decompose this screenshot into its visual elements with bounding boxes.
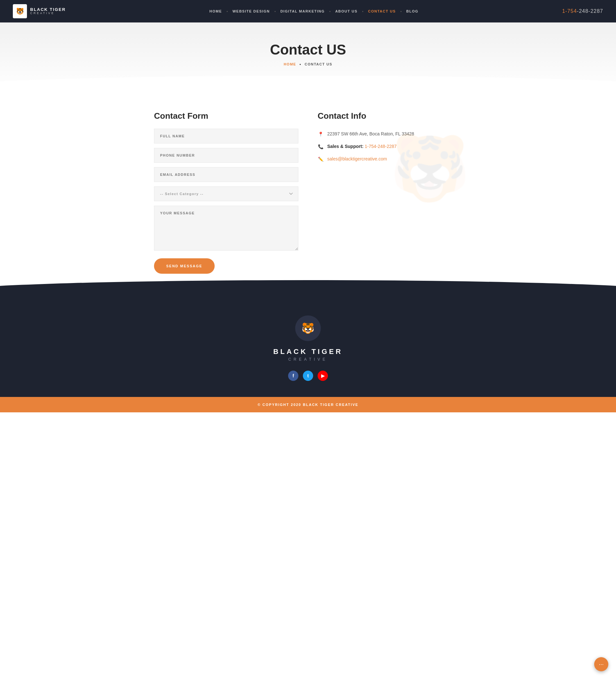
email-icon: ✏️ xyxy=(318,156,323,162)
watermark-area: 🐯 xyxy=(318,168,462,200)
logo-icon: 🐯 xyxy=(13,4,27,18)
logo-text: BLACK TIGER CREATIVE xyxy=(30,7,66,15)
twitter-icon[interactable]: t xyxy=(303,370,313,381)
message-field xyxy=(154,206,298,251)
nav-dot: ● xyxy=(328,10,331,13)
contact-info-title: Contact Info xyxy=(318,111,462,121)
phone-link[interactable]: 1-754-248-2287 xyxy=(365,144,397,149)
facebook-icon[interactable]: f xyxy=(288,370,298,381)
nav-digital-marketing[interactable]: DIGITAL MARKETING xyxy=(279,7,327,16)
email-item: ✏️ sales@blacktigercreative.com xyxy=(318,156,462,162)
contact-info-section: Contact Info 📍 22397 SW 66th Ave, Boca R… xyxy=(318,111,462,274)
nav-dot: ● xyxy=(361,10,364,13)
nav-contact-us[interactable]: CONTACT US xyxy=(366,7,397,16)
nav-website-design[interactable]: WEBSITE DESIGN xyxy=(231,7,272,16)
logo[interactable]: 🐯 BLACK TIGER CREATIVE xyxy=(13,4,66,18)
nav-dot: ● xyxy=(274,10,277,13)
navbar: 🐯 BLACK TIGER CREATIVE HOME ● WEBSITE DE… xyxy=(0,0,616,23)
nav-links: HOME ● WEBSITE DESIGN ● DIGITAL MARKETIN… xyxy=(207,7,420,16)
breadcrumb: HOME ● CONTACT US xyxy=(6,62,610,66)
phone-text: Sales & Support: 1-754-248-2287 xyxy=(327,143,396,150)
nav-dot: ● xyxy=(226,10,229,13)
email-input[interactable] xyxy=(154,167,298,182)
footer-socials: f t ▶ xyxy=(6,370,610,381)
contact-form-section: Contact Form -- Select Category -- Websi… xyxy=(154,111,298,274)
copyright-text: © COPYRIGHT 2020 BLACK TIGER CREATIVE xyxy=(258,403,358,407)
nav-blog[interactable]: BLOG xyxy=(404,7,420,16)
phone-icon: 📞 xyxy=(318,144,323,150)
nav-dot: ● xyxy=(399,10,402,13)
footer-brand-sub: CREATIVE xyxy=(6,357,610,362)
email-field xyxy=(154,167,298,182)
hero-banner: Contact US HOME ● CONTACT US xyxy=(0,23,616,92)
logo-title: BLACK TIGER xyxy=(30,7,66,12)
youtube-icon[interactable]: ▶ xyxy=(318,370,328,381)
email-link[interactable]: sales@blacktigercreative.com xyxy=(327,156,387,161)
breadcrumb-separator: ● xyxy=(299,63,301,66)
nav-phone: 1-754-248-2287 xyxy=(562,8,603,14)
nav-about-us[interactable]: ABOUT US xyxy=(333,7,359,16)
main-content: Contact Form -- Select Category -- Websi… xyxy=(141,111,475,274)
message-textarea[interactable] xyxy=(154,206,298,251)
address-item: 📍 22397 SW 66th Ave, Boca Raton, FL 3342… xyxy=(318,131,462,137)
address-text: 22397 SW 66th Ave, Boca Raton, FL 33428 xyxy=(327,131,414,137)
breadcrumb-current: CONTACT US xyxy=(305,62,332,66)
contact-form-title: Contact Form xyxy=(154,111,298,121)
contact-form: -- Select Category -- Website Design Dig… xyxy=(154,129,298,274)
footer-brand-title: BLACK TIGER xyxy=(6,348,610,356)
full-name-field xyxy=(154,129,298,143)
footer-bottom: © COPYRIGHT 2020 BLACK TIGER CREATIVE xyxy=(0,397,616,412)
send-message-button[interactable]: SEND MESSAGE xyxy=(154,258,215,274)
page-title: Contact US xyxy=(6,42,610,58)
full-name-input[interactable] xyxy=(154,129,298,143)
phone-field xyxy=(154,148,298,163)
email-text: sales@blacktigercreative.com xyxy=(327,156,387,162)
logo-sub: CREATIVE xyxy=(30,12,66,15)
phone-label: Sales & Support: xyxy=(327,144,363,149)
breadcrumb-home[interactable]: HOME xyxy=(284,62,296,66)
phone-item: 📞 Sales & Support: 1-754-248-2287 xyxy=(318,143,462,150)
category-select[interactable]: -- Select Category -- Website Design Dig… xyxy=(154,187,298,201)
category-field: -- Select Category -- Website Design Dig… xyxy=(154,187,298,201)
phone-input[interactable] xyxy=(154,148,298,163)
footer-logo-circle: 🐯 xyxy=(295,316,321,341)
nav-home[interactable]: HOME xyxy=(207,7,224,16)
footer-top: 🐯 BLACK TIGER CREATIVE f t ▶ xyxy=(0,293,616,397)
location-icon: 📍 xyxy=(318,131,323,137)
